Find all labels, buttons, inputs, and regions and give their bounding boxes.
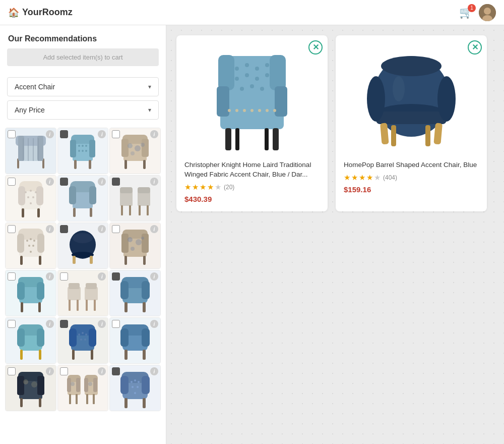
grid-item[interactable]: i <box>109 317 161 364</box>
grid-item-checkbox[interactable] <box>112 178 120 186</box>
svg-point-85 <box>136 239 142 245</box>
svg-rect-133 <box>17 376 24 395</box>
svg-rect-15 <box>70 140 76 157</box>
info-icon[interactable]: i <box>150 130 158 138</box>
grid-item-checkbox[interactable] <box>8 225 16 233</box>
close-button-2[interactable]: ✕ <box>468 40 482 54</box>
price-filter-label: Any Price <box>15 106 45 114</box>
grid-item[interactable]: i <box>109 223 161 269</box>
grid-item-checkbox[interactable] <box>8 320 16 328</box>
grid-item-checkbox[interactable] <box>60 272 68 281</box>
svg-rect-76 <box>90 256 93 264</box>
grid-item[interactable]: i <box>5 317 56 364</box>
grid-item-checkbox[interactable] <box>60 225 68 233</box>
grid-item-checkbox[interactable] <box>8 130 16 138</box>
avatar[interactable] <box>479 4 496 21</box>
svg-point-70 <box>28 245 30 247</box>
info-icon[interactable]: i <box>150 225 158 233</box>
grid-item[interactable]: i <box>57 175 109 221</box>
grid-item[interactable]: i <box>5 365 56 411</box>
svg-point-33 <box>131 151 135 155</box>
main-layout: Our Recommendations Add selected item(s)… <box>0 25 504 444</box>
svg-rect-105 <box>142 281 150 299</box>
grid-item[interactable]: i <box>5 223 56 269</box>
review-count-2: (404) <box>383 174 397 181</box>
grid-item-checkbox[interactable] <box>112 320 120 328</box>
svg-rect-157 <box>124 398 128 408</box>
svg-rect-127 <box>120 328 129 347</box>
svg-rect-192 <box>273 128 279 150</box>
grid-item[interactable]: i <box>109 270 161 316</box>
grid-item-checkbox[interactable] <box>112 272 120 281</box>
svg-rect-49 <box>69 186 76 204</box>
price-filter[interactable]: Any Price ▾ <box>7 100 159 120</box>
grid-item-checkbox[interactable] <box>60 367 68 375</box>
grid-item-checkbox[interactable] <box>8 178 16 186</box>
info-icon[interactable]: i <box>46 320 54 328</box>
info-icon[interactable]: i <box>150 178 158 186</box>
grid-item-checkbox[interactable] <box>60 178 68 186</box>
home-icon: 🏠 <box>8 7 19 18</box>
grid-item[interactable]: i <box>57 128 109 174</box>
info-icon[interactable]: i <box>150 367 158 375</box>
grid-item[interactable]: i <box>109 175 161 221</box>
svg-rect-93 <box>38 302 41 312</box>
grid-item[interactable]: i <box>57 317 109 364</box>
svg-point-123 <box>80 339 82 341</box>
grid-item[interactable]: i <box>57 365 109 411</box>
svg-point-69 <box>33 240 35 242</box>
product-card-1: ✕ <box>176 35 328 211</box>
svg-rect-75 <box>73 256 76 264</box>
grid-item[interactable]: i <box>5 128 56 174</box>
info-icon[interactable]: i <box>46 178 54 186</box>
main-content: ✕ <box>166 25 504 444</box>
grid-item[interactable]: i <box>57 223 109 269</box>
svg-rect-150 <box>93 394 95 404</box>
grid-item-checkbox[interactable] <box>60 320 68 328</box>
svg-point-180 <box>255 67 259 71</box>
svg-rect-82 <box>124 256 127 265</box>
grid-item[interactable]: i <box>5 175 56 221</box>
svg-point-183 <box>245 73 249 77</box>
svg-rect-156 <box>142 376 150 394</box>
grid-item[interactable]: i <box>5 270 56 316</box>
svg-rect-148 <box>76 394 78 404</box>
info-icon[interactable]: i <box>150 320 158 328</box>
grid-item-checkbox[interactable] <box>60 130 68 138</box>
grid-item-checkbox[interactable] <box>8 367 16 375</box>
grid-item-checkbox[interactable] <box>8 272 16 281</box>
star-1: ★ <box>184 183 191 192</box>
svg-rect-107 <box>143 302 146 312</box>
svg-rect-166 <box>218 55 234 90</box>
svg-point-160 <box>134 379 136 381</box>
svg-point-184 <box>255 77 259 81</box>
svg-rect-119 <box>91 350 93 360</box>
svg-point-86 <box>131 247 135 251</box>
grid-item[interactable]: i <box>109 365 161 411</box>
svg-point-19 <box>78 145 80 147</box>
grid-item[interactable]: i <box>57 270 109 316</box>
close-button-1[interactable]: ✕ <box>308 40 323 54</box>
star-2: ★ <box>192 183 199 192</box>
star-5-empty: ★ <box>215 183 221 192</box>
info-icon[interactable]: i <box>46 130 54 138</box>
cart-button[interactable]: 🛒 1 <box>459 6 473 19</box>
svg-rect-80 <box>121 234 129 253</box>
svg-point-1 <box>484 8 491 15</box>
info-icon[interactable]: i <box>150 272 158 281</box>
info-icon[interactable]: i <box>46 272 54 281</box>
svg-rect-101 <box>94 300 96 311</box>
svg-point-43 <box>35 191 37 193</box>
review-count-1: (20) <box>224 184 234 191</box>
add-to-cart-button[interactable]: Add selected item(s) to cart <box>7 48 159 66</box>
grid-item-checkbox[interactable] <box>112 225 120 233</box>
grid-item[interactable]: i <box>109 128 161 174</box>
svg-point-182 <box>235 77 239 81</box>
info-icon[interactable]: i <box>46 367 54 375</box>
grid-item-checkbox[interactable] <box>112 367 120 375</box>
grid-item-checkbox[interactable] <box>112 130 120 138</box>
info-icon[interactable]: i <box>46 225 54 233</box>
logo[interactable]: 🏠 YourRoomz <box>8 7 73 18</box>
svg-rect-111 <box>37 328 44 347</box>
category-filter[interactable]: Accent Chair ▾ <box>7 77 159 96</box>
